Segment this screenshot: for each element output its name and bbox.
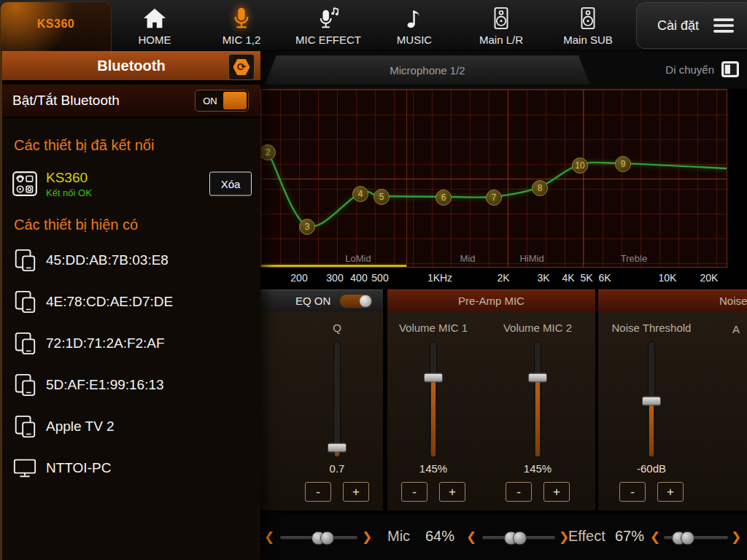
q-slider-handle[interactable] bbox=[328, 443, 347, 453]
eq-point-7[interactable]: 7 bbox=[486, 190, 502, 206]
effect-slider-knob[interactable] bbox=[672, 532, 694, 544]
refresh-button[interactable]: ⟳ bbox=[228, 54, 255, 80]
noise-threshold-handle[interactable] bbox=[642, 396, 661, 405]
volume-mic2-decrement-button[interactable]: - bbox=[506, 482, 532, 502]
mic-volume-slider[interactable] bbox=[482, 536, 555, 539]
device-row[interactable]: 4E:78:CD:AE:D7:DE bbox=[2, 281, 260, 322]
q-increment-button[interactable]: + bbox=[343, 482, 369, 502]
volume-mic1-handle[interactable] bbox=[424, 373, 443, 382]
volume-mic1-decrement-button[interactable]: - bbox=[401, 482, 427, 502]
hamburger-menu-icon bbox=[713, 18, 734, 34]
eq-point-2[interactable]: 2 bbox=[260, 144, 276, 160]
eq-graph: LoMidMidHiMidTreble2345678109 bbox=[260, 89, 727, 268]
device-icon bbox=[12, 373, 37, 397]
left-slider-decrease-arrow-icon[interactable] bbox=[264, 529, 274, 545]
freq-tick: 2K bbox=[497, 272, 509, 284]
volume-mic2-value: 145% bbox=[498, 462, 578, 475]
device-icon bbox=[12, 289, 37, 314]
eq-panel-header: EQ ON bbox=[260, 289, 383, 311]
device-row[interactable]: 5D:AF:E1:99:16:13 bbox=[2, 364, 260, 405]
noise-title: Noise bbox=[719, 295, 747, 307]
device-icon bbox=[12, 331, 37, 356]
effect-slider-decrease-arrow-icon[interactable] bbox=[650, 529, 660, 545]
device-tab[interactable]: KS360 bbox=[0, 1, 112, 51]
volume-mic2-track[interactable] bbox=[534, 341, 541, 458]
connected-device-row[interactable]: KS360 Kết nối OK Xóa bbox=[2, 161, 260, 206]
tab-label: Microphone 1/2 bbox=[390, 64, 465, 77]
nav-item-music[interactable]: MUSIC bbox=[374, 4, 454, 49]
freq-tick: 6K bbox=[598, 272, 611, 284]
nav-item-main-sub[interactable]: Main SUB bbox=[548, 4, 628, 49]
freq-tick: 20K bbox=[700, 272, 719, 284]
freq-tick: 400 bbox=[350, 272, 367, 284]
nav-item-label: Main L/R bbox=[461, 34, 541, 46]
device-row[interactable]: 72:1D:71:2A:F2:AF bbox=[2, 322, 260, 364]
nav-item-label: MIC 1,2 bbox=[201, 34, 282, 46]
nav-item-mic-effect[interactable]: MIC EFFECT bbox=[288, 4, 368, 49]
nav-item-label: Main SUB bbox=[548, 34, 628, 46]
volume-mic2-handle[interactable] bbox=[528, 373, 547, 382]
speaker-icon bbox=[548, 4, 628, 33]
eq-point-5[interactable]: 5 bbox=[374, 189, 390, 205]
eq-point-4[interactable]: 4 bbox=[352, 186, 368, 202]
volume-mic2-increment-button[interactable]: + bbox=[543, 482, 570, 502]
delete-device-button[interactable]: Xóa bbox=[209, 172, 252, 196]
nav-item-mic12[interactable]: MIC 1,2 bbox=[201, 4, 282, 49]
noise-threshold-value: -60dB bbox=[611, 462, 692, 475]
volume-mic1-track[interactable] bbox=[430, 341, 437, 458]
noise-decrement-button[interactable]: - bbox=[619, 482, 646, 502]
freq-tick: 200 bbox=[290, 272, 307, 284]
move-icon bbox=[721, 60, 740, 79]
device-name: 4E:78:CD:AE:D7:DE bbox=[46, 294, 173, 310]
settings-button[interactable]: Cài đặt bbox=[636, 2, 747, 49]
noise-increment-button[interactable]: + bbox=[657, 482, 684, 502]
q-decrement-button[interactable]: - bbox=[305, 482, 331, 502]
freq-tick: 4K bbox=[562, 272, 574, 284]
eq-on-toggle[interactable] bbox=[339, 294, 373, 308]
noise-threshold-track[interactable] bbox=[648, 341, 655, 458]
device-name: Apple TV 2 bbox=[46, 419, 115, 435]
tab-microphone-1-2[interactable]: Microphone 1/2 bbox=[265, 55, 590, 85]
nav-item-home[interactable]: HOME bbox=[115, 4, 195, 49]
effect-volume-value: 67% bbox=[615, 528, 644, 545]
q-value: 0.7 bbox=[297, 462, 377, 475]
eq-point-3[interactable]: 3 bbox=[299, 219, 315, 235]
eq-point-8[interactable]: 8 bbox=[532, 180, 548, 196]
eq-point-6[interactable]: 6 bbox=[436, 190, 452, 206]
effect-slider-increase-arrow-icon[interactable] bbox=[731, 529, 741, 545]
q-slider-track[interactable] bbox=[333, 341, 341, 458]
bluetooth-panel: Bluetooth ⟳ Bật/Tắt Bluetooth ON Các thi… bbox=[0, 51, 260, 560]
move-label: Di chuyển bbox=[665, 63, 714, 76]
left-volume-slider[interactable] bbox=[280, 536, 357, 539]
device-list: 45:DD:AB:7B:03:E84E:78:CD:AE:D7:DE72:1D:… bbox=[2, 239, 260, 489]
noise-threshold-slider: Noise Threshold -60dB - + bbox=[611, 311, 692, 510]
speaker-icon bbox=[461, 4, 541, 33]
volume-mic1-increment-button[interactable]: + bbox=[439, 482, 465, 502]
device-row[interactable]: 45:DD:AB:7B:03:E8 bbox=[2, 239, 260, 281]
eq-point-10[interactable]: 10 bbox=[572, 158, 588, 174]
freq-tick: 500 bbox=[371, 272, 388, 284]
toggle-knob-icon bbox=[223, 92, 247, 109]
eq-on-label: EQ ON bbox=[295, 295, 330, 307]
preamp-title: Pre-Amp MIC bbox=[458, 295, 525, 307]
effect-volume-slider[interactable] bbox=[664, 536, 728, 539]
mic-slider-decrease-arrow-icon[interactable] bbox=[466, 529, 476, 545]
device-icon bbox=[12, 414, 37, 439]
bluetooth-toggle-label: Bật/Tắt Bluetooth bbox=[12, 93, 120, 109]
device-row[interactable]: Apple TV 2 bbox=[2, 405, 260, 447]
slider-fill bbox=[431, 378, 436, 456]
bluetooth-toggle-row: Bật/Tắt Bluetooth ON bbox=[2, 85, 260, 118]
mic-slider-knob[interactable] bbox=[504, 532, 526, 544]
bluetooth-toggle[interactable]: ON bbox=[195, 90, 249, 112]
eq-point-9[interactable]: 9 bbox=[615, 156, 631, 172]
screen: Microphone 1/2 Di chuyển LoMidMidHiMidTr… bbox=[0, 0, 747, 560]
bluetooth-panel-header: Bluetooth ⟳ bbox=[2, 51, 260, 85]
mic-volume-label: Mic bbox=[387, 528, 410, 545]
left-slider-increase-arrow-icon[interactable] bbox=[362, 529, 372, 545]
freq-tick: 10K bbox=[659, 272, 677, 284]
device-row[interactable]: NTTOI-PC bbox=[2, 447, 260, 489]
move-control[interactable]: Di chuyển bbox=[665, 60, 740, 79]
left-slider-knob[interactable] bbox=[311, 532, 333, 544]
noise-panel-header: Noise bbox=[598, 289, 747, 311]
nav-item-main-lr[interactable]: Main L/R bbox=[461, 4, 541, 49]
